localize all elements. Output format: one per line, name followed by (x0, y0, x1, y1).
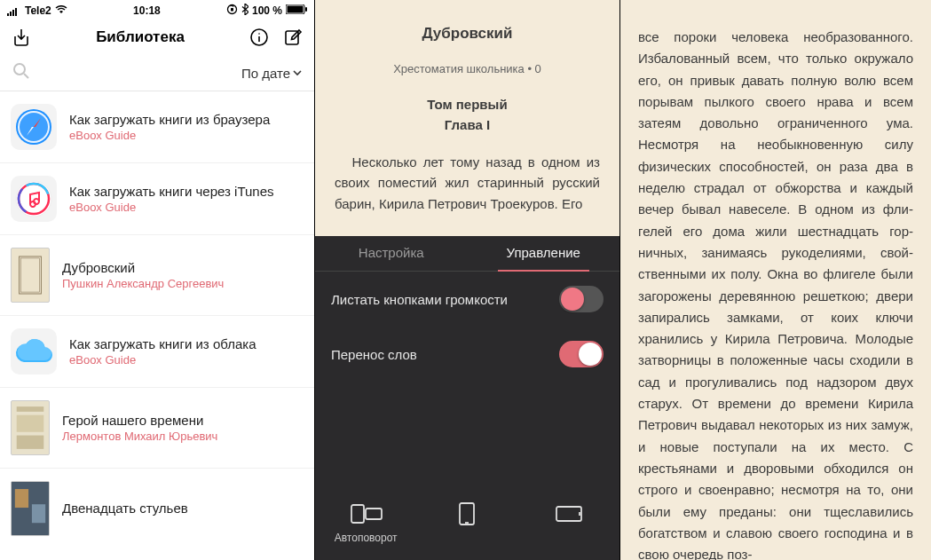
svg-point-12 (14, 64, 25, 75)
book-author: Лермонтов Михаил Юрьевич (62, 430, 217, 443)
hyphenation-toggle[interactable] (559, 341, 604, 367)
battery-icon (286, 4, 307, 17)
book-cover-icon (11, 248, 50, 303)
battery-label: 100 % (252, 4, 282, 17)
svg-rect-32 (460, 503, 474, 525)
document-title: Дубровский (335, 25, 600, 43)
svg-rect-8 (305, 7, 307, 12)
section-title: Том первый (335, 97, 600, 112)
sort-toggle[interactable]: По дате (241, 66, 302, 81)
svg-rect-25 (17, 415, 44, 432)
safari-icon (11, 104, 57, 150)
book-author: eBoox Guide (69, 129, 270, 142)
cloud-icon (11, 328, 57, 375)
bluetooth-icon (241, 4, 249, 18)
clock-label: 10:18 (133, 4, 161, 17)
svg-rect-34 (556, 507, 581, 521)
book-author: Пушкин Александр Сергеевич (62, 277, 224, 290)
book-list: Как загружать книги из браузераeBoox Gui… (0, 91, 314, 560)
autorotate-button[interactable]: Автоповорот (330, 501, 401, 544)
reader-panel: Дубровский Хрестоматия школьника • 0 Том… (315, 0, 620, 560)
svg-point-10 (258, 33, 260, 35)
svg-rect-30 (351, 505, 364, 523)
chapter-title: Глава I (335, 117, 600, 132)
sort-label-text: По дате (241, 66, 290, 81)
list-item[interactable]: ДубровскийПушкин Александр Сергеевич (0, 235, 314, 316)
status-bar: Tele2 10:18 100 % (0, 0, 314, 21)
svg-rect-5 (231, 8, 233, 12)
signal-icon (7, 4, 21, 17)
page-panel[interactable]: все пороки человека необразованного. Изб… (620, 0, 931, 560)
svg-rect-2 (12, 10, 14, 16)
settings-overlay: Настройка Управление Листать кнопками гр… (315, 236, 619, 560)
svg-rect-28 (15, 489, 28, 508)
page-body-text: все пороки человека необразованного. Изб… (638, 27, 913, 560)
svg-rect-0 (7, 13, 9, 16)
book-title: Как загружать книги через iTunes (69, 184, 274, 199)
rotation-row: Автоповорот (315, 493, 619, 560)
hyphenation-label: Перенос слов (331, 347, 417, 362)
volume-flip-row: Листать кнопками громкости (315, 272, 619, 327)
page-title: Библиотека (96, 28, 185, 46)
portrait-icon (449, 501, 485, 526)
info-button[interactable] (249, 27, 270, 48)
book-author: eBoox Guide (69, 201, 274, 214)
itunes-icon (11, 176, 57, 222)
search-row: По дате (0, 57, 314, 91)
list-item[interactable]: Двенадцать стульев (0, 469, 314, 548)
search-icon[interactable] (12, 62, 30, 83)
svg-rect-24 (17, 406, 44, 412)
book-title: Дубровский (62, 260, 224, 275)
volume-flip-toggle[interactable] (559, 286, 604, 312)
compose-button[interactable] (282, 27, 304, 48)
tab-control[interactable]: Управление (468, 236, 620, 271)
svg-rect-1 (10, 12, 12, 16)
wifi-icon (55, 4, 67, 17)
book-cover-icon (11, 481, 50, 536)
svg-rect-26 (17, 436, 44, 449)
svg-rect-7 (288, 6, 304, 13)
book-title: Герой нашего времени (62, 413, 217, 428)
volume-flip-label: Листать кнопками громкости (331, 292, 508, 307)
list-item[interactable]: Герой нашего времениЛермонтов Михаил Юрь… (0, 388, 314, 469)
book-author: eBoox Guide (69, 353, 256, 367)
svg-rect-23 (21, 258, 40, 292)
svg-rect-29 (32, 504, 45, 523)
tab-settings[interactable]: Настройка (315, 236, 468, 271)
book-title: Как загружать книги из браузера (69, 112, 270, 127)
portrait-button[interactable] (431, 501, 502, 544)
chevron-down-icon (293, 68, 302, 77)
reader-text-area[interactable]: Дубровский Хрестоматия школьника • 0 Том… (315, 0, 619, 214)
document-meta: Хрестоматия школьника • 0 (335, 62, 600, 75)
svg-rect-22 (20, 256, 42, 294)
svg-rect-31 (366, 509, 382, 519)
carrier-label: Tele2 (25, 4, 51, 17)
navbar: Библиотека (0, 21, 314, 57)
library-panel: Tele2 10:18 100 % Библиотека (0, 0, 315, 560)
landscape-icon (551, 501, 587, 526)
list-item[interactable]: Как загружать книги из браузераeBoox Gui… (0, 91, 314, 163)
list-item[interactable]: Как загружать книги через iTuneseBoox Gu… (0, 163, 314, 235)
hyphenation-row: Перенос слов (315, 327, 619, 382)
rotation-lock-icon (226, 4, 238, 18)
book-cover-icon (11, 400, 50, 455)
svg-rect-3 (15, 8, 17, 16)
landscape-button[interactable] (533, 501, 604, 544)
tabset: Настройка Управление (315, 236, 619, 272)
book-title: Как загружать книги из облака (69, 336, 256, 351)
book-title: Двенадцать стульев (62, 501, 188, 516)
autorotate-label: Автоповорот (335, 532, 398, 544)
paragraph-text: Несколько лет тому назад в одном из свои… (335, 152, 600, 214)
svg-point-18 (16, 181, 51, 217)
autorotate-icon (348, 501, 383, 526)
import-button[interactable] (11, 27, 32, 48)
list-item[interactable]: Как загружать книги из облакаeBoox Guide (0, 316, 314, 388)
